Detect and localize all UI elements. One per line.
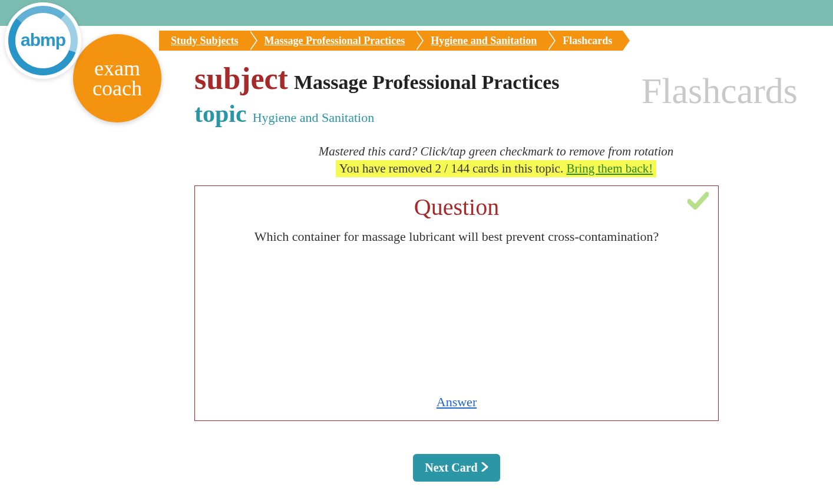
instructions: Mastered this card? Click/tap green chec… — [234, 144, 758, 177]
breadcrumb: Study Subjects Massage Professional Prac… — [159, 31, 623, 51]
subject-label: subject — [194, 62, 288, 95]
flashcard: Question Which container for massage lub… — [194, 185, 719, 421]
removed-prefix: You have removed — [339, 161, 435, 175]
exam-coach-line2: coach — [92, 78, 142, 98]
next-card-label: Next Card — [425, 461, 477, 475]
topic-label: topic — [194, 100, 247, 127]
page-type-label: Flashcards — [642, 70, 798, 112]
question-text: Which container for massage lubricant wi… — [213, 229, 700, 244]
answer-link[interactable]: Answer — [437, 394, 477, 410]
breadcrumb-topic[interactable]: Hygiene and Sanitation — [415, 31, 547, 51]
topic-value: Hygiene and Sanitation — [253, 110, 375, 125]
removed-status: You have removed 2 / 144 cards in this t… — [336, 160, 657, 177]
breadcrumb-subject[interactable]: Massage Professional Practices — [249, 31, 416, 51]
breadcrumb-study-subjects[interactable]: Study Subjects — [159, 31, 249, 51]
removed-suffix: cards in this topic. — [470, 161, 566, 175]
breadcrumb-current: Flashcards — [547, 31, 623, 51]
exam-coach-logo[interactable]: exam coach — [73, 34, 161, 122]
subject-value: Massage Professional Practices — [294, 71, 560, 93]
bring-back-link[interactable]: Bring them back! — [566, 161, 653, 175]
card-title: Question — [213, 193, 700, 221]
checkmark-icon[interactable] — [687, 192, 709, 212]
abmp-logo[interactable]: abmp — [5, 2, 81, 79]
mastered-hint: Mastered this card? Click/tap green chec… — [234, 144, 758, 159]
top-band — [0, 0, 833, 26]
next-card-button[interactable]: Next Card — [413, 454, 500, 482]
exam-coach-line1: exam — [94, 58, 140, 78]
abmp-logo-text: abmp — [21, 30, 65, 50]
removed-count: 2 / 144 — [435, 161, 470, 175]
chevron-right-icon — [481, 461, 488, 475]
